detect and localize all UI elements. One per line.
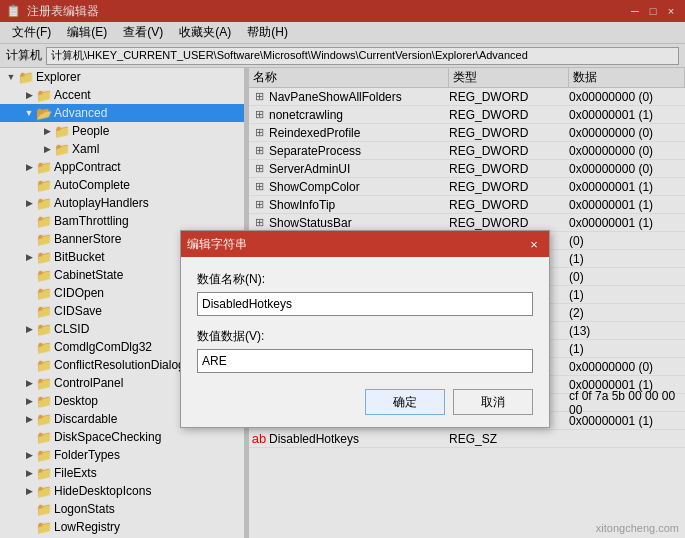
cancel-button[interactable]: 取消 [453, 389, 533, 415]
dialog-close-button[interactable]: × [525, 235, 543, 253]
dialog-buttons: 确定 取消 [197, 389, 533, 415]
dialog-title: 编辑字符串 [187, 236, 247, 253]
ok-button[interactable]: 确定 [365, 389, 445, 415]
data-label: 数值数据(V): [197, 328, 533, 345]
data-input[interactable] [197, 349, 533, 373]
name-label: 数值名称(N): [197, 271, 533, 288]
dialog-body: 数值名称(N): 数值数据(V): 确定 取消 [181, 257, 549, 427]
dialog-title-bar: 编辑字符串 × [181, 231, 549, 257]
name-input[interactable] [197, 292, 533, 316]
edit-string-dialog: 编辑字符串 × 数值名称(N): 数值数据(V): 确定 取消 [180, 230, 550, 428]
watermark: xitongcheng.com [596, 522, 679, 534]
dialog-overlay: 编辑字符串 × 数值名称(N): 数值数据(V): 确定 取消 [0, 0, 685, 538]
